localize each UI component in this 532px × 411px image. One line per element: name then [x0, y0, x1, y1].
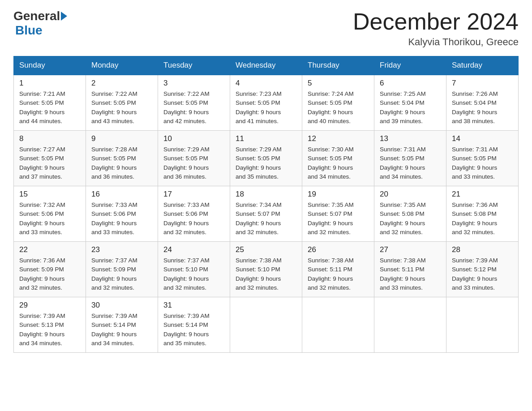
calendar-cell: 28Sunrise: 7:39 AMSunset: 5:12 PMDayligh…: [446, 242, 519, 297]
day-info: Sunrise: 7:38 AMSunset: 5:11 PMDaylight:…: [308, 256, 369, 292]
calendar-cell: [446, 297, 519, 353]
calendar-cell: 24Sunrise: 7:37 AMSunset: 5:10 PMDayligh…: [158, 242, 230, 297]
day-info: Sunrise: 7:33 AMSunset: 5:06 PMDaylight:…: [163, 201, 224, 237]
calendar-cell: 14Sunrise: 7:31 AMSunset: 5:05 PMDayligh…: [446, 131, 519, 186]
calendar-cell: 9Sunrise: 7:28 AMSunset: 5:05 PMDaylight…: [86, 131, 158, 186]
logo-blue: Blue: [15, 23, 43, 37]
day-number: 29: [19, 301, 80, 310]
day-number: 25: [236, 245, 296, 254]
header-monday: Monday: [86, 56, 158, 75]
day-info: Sunrise: 7:31 AMSunset: 5:05 PMDaylight:…: [380, 145, 441, 181]
day-info: Sunrise: 7:36 AMSunset: 5:09 PMDaylight:…: [19, 256, 80, 292]
day-info: Sunrise: 7:26 AMSunset: 5:04 PMDaylight:…: [452, 90, 513, 126]
calendar-cell: 4Sunrise: 7:23 AMSunset: 5:05 PMDaylight…: [230, 75, 302, 131]
day-number: 22: [19, 245, 80, 254]
day-number: 30: [91, 301, 152, 310]
logo-text: General: [13, 9, 68, 23]
header-thursday: Thursday: [302, 56, 374, 75]
day-number: 12: [308, 134, 369, 143]
calendar-cell: [302, 297, 374, 353]
day-info: Sunrise: 7:35 AMSunset: 5:07 PMDaylight:…: [308, 201, 369, 237]
logo-general: General: [13, 9, 60, 23]
day-info: Sunrise: 7:39 AMSunset: 5:12 PMDaylight:…: [452, 256, 513, 292]
calendar-cell: 17Sunrise: 7:33 AMSunset: 5:06 PMDayligh…: [158, 186, 230, 242]
calendar-cell: 10Sunrise: 7:29 AMSunset: 5:05 PMDayligh…: [158, 131, 230, 186]
week-row-5: 29Sunrise: 7:39 AMSunset: 5:13 PMDayligh…: [14, 297, 519, 353]
day-info: Sunrise: 7:34 AMSunset: 5:07 PMDaylight:…: [236, 201, 296, 237]
day-number: 8: [19, 134, 80, 143]
day-number: 28: [452, 245, 513, 254]
calendar-cell: 26Sunrise: 7:38 AMSunset: 5:11 PMDayligh…: [302, 242, 374, 297]
calendar-cell: [374, 297, 446, 353]
day-info: Sunrise: 7:30 AMSunset: 5:05 PMDaylight:…: [308, 145, 369, 181]
calendar-cell: 31Sunrise: 7:39 AMSunset: 5:14 PMDayligh…: [158, 297, 230, 353]
calendar-cell: 20Sunrise: 7:35 AMSunset: 5:08 PMDayligh…: [374, 186, 446, 242]
logo-triangle-icon: [61, 12, 67, 21]
day-number: 26: [308, 245, 369, 254]
day-number: 27: [380, 245, 441, 254]
day-number: 5: [308, 79, 369, 88]
day-number: 3: [163, 79, 224, 88]
day-info: Sunrise: 7:38 AMSunset: 5:11 PMDaylight:…: [380, 256, 441, 292]
calendar-cell: 21Sunrise: 7:36 AMSunset: 5:08 PMDayligh…: [446, 186, 519, 242]
day-number: 23: [91, 245, 152, 254]
day-info: Sunrise: 7:39 AMSunset: 5:13 PMDaylight:…: [19, 312, 80, 348]
calendar-cell: 25Sunrise: 7:38 AMSunset: 5:10 PMDayligh…: [230, 242, 302, 297]
calendar-table: SundayMondayTuesdayWednesdayThursdayFrid…: [13, 56, 519, 353]
header-friday: Friday: [374, 56, 446, 75]
day-number: 17: [163, 190, 224, 199]
day-number: 24: [163, 245, 224, 254]
day-info: Sunrise: 7:32 AMSunset: 5:06 PMDaylight:…: [19, 201, 80, 237]
calendar-cell: 5Sunrise: 7:24 AMSunset: 5:05 PMDaylight…: [302, 75, 374, 131]
day-info: Sunrise: 7:27 AMSunset: 5:05 PMDaylight:…: [19, 145, 80, 181]
header-saturday: Saturday: [446, 56, 519, 75]
day-number: 19: [308, 190, 369, 199]
day-info: Sunrise: 7:36 AMSunset: 5:08 PMDaylight:…: [452, 201, 513, 237]
header-wednesday: Wednesday: [230, 56, 302, 75]
calendar-cell: 2Sunrise: 7:22 AMSunset: 5:05 PMDaylight…: [86, 75, 158, 131]
week-row-2: 8Sunrise: 7:27 AMSunset: 5:05 PMDaylight…: [14, 131, 519, 186]
day-info: Sunrise: 7:22 AMSunset: 5:05 PMDaylight:…: [163, 90, 224, 126]
day-info: Sunrise: 7:39 AMSunset: 5:14 PMDaylight:…: [91, 312, 152, 348]
calendar-cell: 29Sunrise: 7:39 AMSunset: 5:13 PMDayligh…: [14, 297, 86, 353]
header-sunday: Sunday: [14, 56, 86, 75]
day-info: Sunrise: 7:37 AMSunset: 5:09 PMDaylight:…: [91, 256, 152, 292]
day-number: 14: [452, 134, 513, 143]
week-row-3: 15Sunrise: 7:32 AMSunset: 5:06 PMDayligh…: [14, 186, 519, 242]
day-info: Sunrise: 7:33 AMSunset: 5:06 PMDaylight:…: [91, 201, 152, 237]
day-info: Sunrise: 7:37 AMSunset: 5:10 PMDaylight:…: [163, 256, 224, 292]
day-number: 31: [163, 301, 224, 310]
day-number: 6: [380, 79, 441, 88]
calendar-cell: 15Sunrise: 7:32 AMSunset: 5:06 PMDayligh…: [14, 186, 86, 242]
month-title: December 2024: [353, 9, 519, 34]
week-row-4: 22Sunrise: 7:36 AMSunset: 5:09 PMDayligh…: [14, 242, 519, 297]
header-tuesday: Tuesday: [158, 56, 230, 75]
day-number: 10: [163, 134, 224, 143]
calendar-cell: 23Sunrise: 7:37 AMSunset: 5:09 PMDayligh…: [86, 242, 158, 297]
calendar-cell: 11Sunrise: 7:29 AMSunset: 5:05 PMDayligh…: [230, 131, 302, 186]
day-number: 15: [19, 190, 80, 199]
day-number: 11: [236, 134, 296, 143]
location-title: Kalyvia Thorikou, Greece: [353, 36, 519, 48]
day-number: 2: [91, 79, 152, 88]
title-section: December 2024 Kalyvia Thorikou, Greece: [353, 9, 519, 48]
calendar-cell: 19Sunrise: 7:35 AMSunset: 5:07 PMDayligh…: [302, 186, 374, 242]
calendar-cell: 22Sunrise: 7:36 AMSunset: 5:09 PMDayligh…: [14, 242, 86, 297]
day-info: Sunrise: 7:21 AMSunset: 5:05 PMDaylight:…: [19, 90, 80, 126]
header-row: SundayMondayTuesdayWednesdayThursdayFrid…: [14, 56, 519, 75]
calendar-cell: 30Sunrise: 7:39 AMSunset: 5:14 PMDayligh…: [86, 297, 158, 353]
day-info: Sunrise: 7:29 AMSunset: 5:05 PMDaylight:…: [163, 145, 224, 181]
day-info: Sunrise: 7:29 AMSunset: 5:05 PMDaylight:…: [236, 145, 296, 181]
day-info: Sunrise: 7:38 AMSunset: 5:10 PMDaylight:…: [236, 256, 296, 292]
week-row-1: 1Sunrise: 7:21 AMSunset: 5:05 PMDaylight…: [14, 75, 519, 131]
day-number: 16: [91, 190, 152, 199]
day-number: 13: [380, 134, 441, 143]
calendar-cell: 8Sunrise: 7:27 AMSunset: 5:05 PMDaylight…: [14, 131, 86, 186]
day-info: Sunrise: 7:22 AMSunset: 5:05 PMDaylight:…: [91, 90, 152, 126]
day-info: Sunrise: 7:28 AMSunset: 5:05 PMDaylight:…: [91, 145, 152, 181]
calendar-cell: 12Sunrise: 7:30 AMSunset: 5:05 PMDayligh…: [302, 131, 374, 186]
day-number: 18: [236, 190, 296, 199]
page-header: General Blue December 2024 Kalyvia Thori…: [13, 9, 519, 48]
calendar-cell: 3Sunrise: 7:22 AMSunset: 5:05 PMDaylight…: [158, 75, 230, 131]
calendar-cell: 7Sunrise: 7:26 AMSunset: 5:04 PMDaylight…: [446, 75, 519, 131]
